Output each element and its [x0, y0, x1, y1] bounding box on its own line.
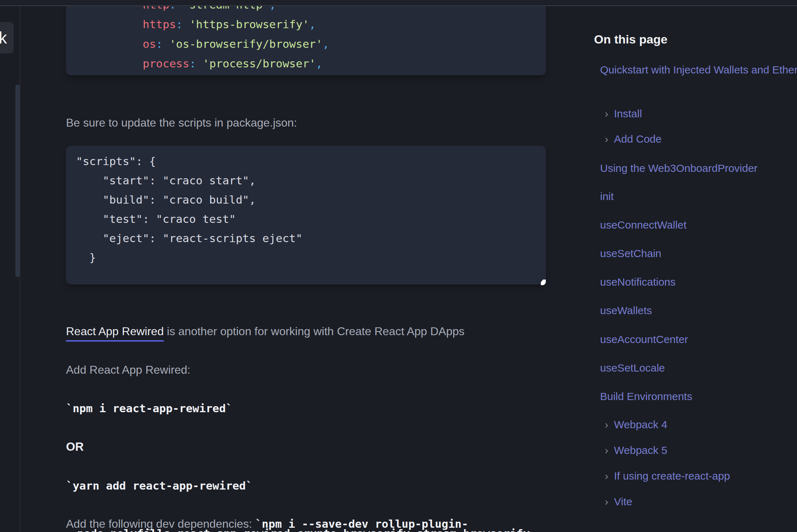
code-line: }	[76, 248, 536, 267]
code-punct: :	[176, 18, 189, 31]
chevron-right-icon: ›	[605, 495, 608, 508]
toc-link-label: Add Code	[614, 132, 661, 146]
toc-link-vite[interactable]: ›Vite	[605, 495, 632, 508]
chevron-right-icon: ›	[605, 469, 608, 483]
code-line: "test": "craco test"	[76, 209, 536, 229]
keyboard-shortcut-button[interactable]: k	[0, 22, 14, 53]
code-text: `yarn add react-app-rewired`	[66, 479, 253, 492]
paragraph-update-scripts: Be sure to update the scripts in package…	[66, 115, 546, 131]
toc-link-install[interactable]: ›Install	[605, 107, 642, 121]
toc-link-build-environments[interactable]: Build Environments	[600, 390, 692, 403]
code-text: `npm i react-app-rewired`	[66, 402, 233, 415]
toc-link-useconnectwallet[interactable]: useConnectWallet	[600, 218, 686, 232]
toc-link-usewallets[interactable]: useWallets	[600, 304, 652, 317]
code-key: https	[143, 18, 176, 31]
code-key: process	[143, 57, 189, 70]
react-app-rewired-link[interactable]: React App Rewired	[66, 325, 164, 342]
toc-link-label: Webpack 5	[614, 444, 667, 457]
code-line: "eject": "react-scripts eject"	[76, 229, 536, 248]
code-comma: ,	[309, 18, 316, 31]
inline-code-npm-install: `npm i react-app-rewired`	[66, 400, 546, 416]
code-block-polyfills: http: 'stream-http', https: 'https-brows…	[66, 0, 546, 75]
code-key: os	[143, 37, 156, 50]
shortcut-key-label: k	[0, 28, 7, 47]
toc-link-web3onboardprovider[interactable]: Using the Web3OnboardProvider	[600, 162, 757, 175]
inline-code-yarn-install: `yarn add react-app-rewired`	[66, 478, 546, 493]
code-line: https: 'https-browserify',	[143, 15, 536, 34]
paragraph-rest: is another option for working with Creat…	[164, 325, 465, 338]
chevron-right-icon: ›	[605, 444, 608, 457]
resize-grip-icon[interactable]	[541, 280, 546, 285]
toc-link-add-code[interactable]: ›Add Code	[605, 132, 661, 146]
code-comma: ,	[323, 37, 329, 50]
toc-link-webpack-5[interactable]: ›Webpack 5	[605, 444, 667, 457]
chevron-right-icon: ›	[605, 418, 608, 431]
code-string: 'process/browser'	[203, 57, 316, 70]
or-label: OR	[66, 439, 546, 455]
inline-code-wrapped-line: node-polyfills react-app-rewired crypto-…	[77, 526, 530, 532]
chevron-right-icon: ›	[605, 132, 608, 146]
code-string: 'https-browserify'	[189, 18, 309, 31]
toc-link-label: Install	[614, 107, 642, 121]
code-line: "build": "craco build",	[76, 190, 536, 209]
code-line: "start": "craco start",	[76, 171, 536, 190]
top-bar	[0, 0, 797, 6]
code-line: "scripts": {	[76, 152, 536, 171]
toc-link-label: If using create-react-app	[614, 469, 730, 483]
chevron-right-icon: ›	[605, 107, 608, 121]
toc-link-webpack-4[interactable]: ›Webpack 4	[605, 418, 667, 431]
code-punct: :	[189, 57, 203, 70]
code-line: os: 'os-browserify/browser',	[143, 34, 536, 54]
toc-link-usenotifications[interactable]: useNotifications	[600, 275, 676, 289]
code-punct: :	[156, 37, 169, 50]
toc-link-label: Vite	[614, 495, 632, 508]
toc-link-if-using-create-react-app[interactable]: ›If using create-react-app	[605, 469, 730, 483]
scrollbar-thumb[interactable]	[15, 85, 20, 277]
toc-link-quickstart[interactable]: Quickstart with Injected Wallets and Eth…	[600, 61, 797, 78]
code-block-scripts: "scripts": { "start": "craco start", "bu…	[66, 146, 546, 285]
code-line: process: 'process/browser',	[143, 54, 536, 73]
toc-link-usesetlocale[interactable]: useSetLocale	[600, 361, 665, 375]
paragraph-react-app-rewired: React App Rewired is another option for …	[66, 323, 546, 339]
toc-link-init[interactable]: init	[600, 190, 614, 203]
toc-link-label: Webpack 4	[614, 418, 667, 431]
paragraph-add-rewired: Add React App Rewired:	[66, 362, 546, 378]
toc-title: On this page	[594, 32, 667, 46]
toc-link-useaccountcenter[interactable]: useAccountCenter	[600, 333, 688, 346]
toc-link-usesetchain[interactable]: useSetChain	[600, 247, 661, 260]
code-string: 'os-browserify/browser'	[169, 37, 323, 50]
code-comma: ,	[316, 57, 323, 70]
